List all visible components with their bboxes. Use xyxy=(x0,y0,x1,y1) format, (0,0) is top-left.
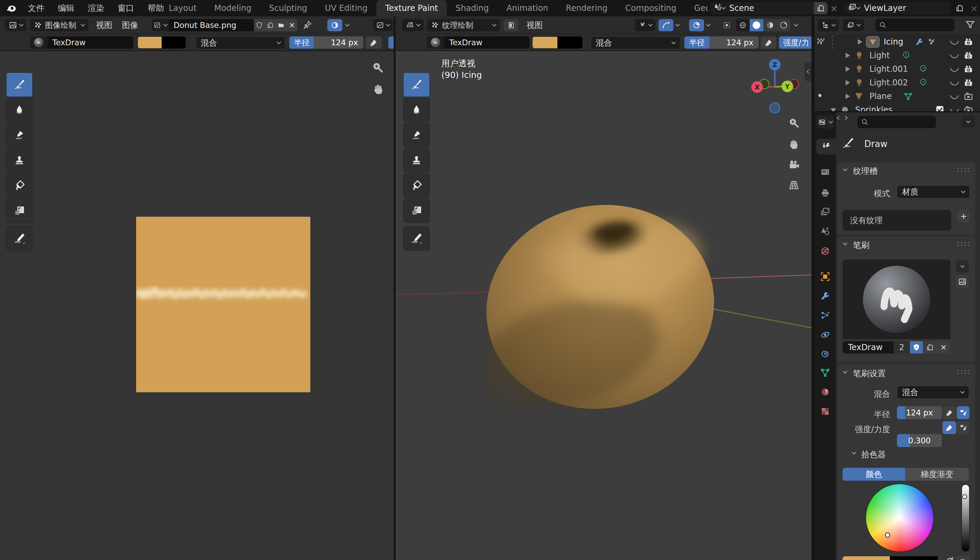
outliner-row-plane[interactable]: Plane xyxy=(814,90,980,103)
texture-slot-image-button[interactable] xyxy=(504,19,518,31)
scene-new-button[interactable] xyxy=(814,2,828,14)
brush-unlink-button[interactable]: ✕ xyxy=(937,341,950,353)
tab-uv-editing[interactable]: UV Editing xyxy=(316,0,377,16)
properties-editor-type-button[interactable] xyxy=(816,116,834,128)
tab-world[interactable] xyxy=(814,243,836,259)
disable-render-icon[interactable] xyxy=(963,51,973,62)
image-radius-slider[interactable]: 半径 124 px xyxy=(289,37,363,48)
viewport-brush-selector[interactable]: TexDraw xyxy=(427,37,530,48)
nav-forward-icon[interactable] xyxy=(843,116,848,120)
tool-mask-button[interactable] xyxy=(403,198,430,223)
viewport-radius-slider[interactable]: 半径 124 px xyxy=(684,37,759,48)
gizmos-dropdown[interactable] xyxy=(658,19,679,31)
shading-rendered-button[interactable] xyxy=(777,19,790,31)
brush-fake-user-button[interactable] xyxy=(910,341,923,353)
viewlayer-unlink-icon[interactable]: ✕ xyxy=(970,4,978,14)
viewlayer-new-button[interactable] xyxy=(953,2,967,14)
strength-pressure-button[interactable] xyxy=(943,421,956,434)
image-pan-hand-icon[interactable] xyxy=(372,83,385,98)
tab-texture[interactable] xyxy=(814,403,836,419)
panel-grip[interactable] xyxy=(957,241,970,246)
tab-animation[interactable]: Animation xyxy=(497,0,557,16)
value-slider-cursor[interactable] xyxy=(962,494,967,499)
brush-name-field[interactable]: TexDraw xyxy=(843,341,893,353)
tab-physics[interactable] xyxy=(814,327,836,343)
tool-annotate-button[interactable] xyxy=(6,226,33,251)
disable-render-x-icon[interactable] xyxy=(963,92,973,103)
image-strength-slider-clipped[interactable] xyxy=(388,37,395,48)
image-brush-selector[interactable]: TexDraw xyxy=(30,37,133,48)
strength-unified-button[interactable] xyxy=(957,421,970,434)
hide-viewport-icon[interactable] xyxy=(950,52,959,62)
texture-paint-mode-dropdown[interactable]: 纹理绘制 xyxy=(427,19,500,31)
image-display-mode[interactable] xyxy=(327,19,349,31)
pin-icon[interactable] xyxy=(302,20,312,32)
brush-users-count[interactable]: 2 xyxy=(893,341,910,353)
tab-particles[interactable] xyxy=(814,308,836,323)
tab-scene[interactable] xyxy=(814,223,836,239)
tool-draw-button[interactable] xyxy=(403,72,430,97)
navigation-gizmo[interactable]: Z X Y xyxy=(750,43,807,122)
shading-material-button[interactable] xyxy=(763,19,777,31)
brush-icon-toggle-button[interactable] xyxy=(956,275,969,288)
secondary-color-swatch[interactable] xyxy=(162,37,185,48)
disable-render-x-icon[interactable] xyxy=(963,105,973,112)
radius-pressure-button[interactable] xyxy=(943,406,956,419)
brush-preview-dropdown[interactable] xyxy=(956,260,969,273)
outliner-row-light001[interactable]: Light.001 xyxy=(814,63,980,75)
disable-render-icon[interactable] xyxy=(963,64,973,76)
gizmo-axis-neg-z[interactable] xyxy=(770,103,780,113)
texture-slot-mode-dropdown[interactable]: 材质 xyxy=(897,185,970,198)
menu-edit[interactable]: 编辑 xyxy=(51,0,81,16)
shading-solid-button[interactable] xyxy=(750,19,763,31)
image-zoom-icon[interactable] xyxy=(371,61,384,76)
radius-slider[interactable]: 124 px xyxy=(897,406,942,419)
overlays-dropdown[interactable] xyxy=(689,19,710,31)
xray-toggle-button[interactable] xyxy=(720,19,733,31)
panel-grip[interactable] xyxy=(957,167,970,172)
add-texture-slot-button[interactable] xyxy=(957,210,970,223)
scene-selector[interactable]: Scene xyxy=(710,2,828,14)
tab-layout[interactable]: Layout xyxy=(160,0,205,16)
color-wheel-cursor[interactable] xyxy=(885,532,890,538)
radius-unified-button[interactable] xyxy=(957,406,970,419)
image-radius-pressure-button[interactable] xyxy=(365,37,382,48)
tool-soften-button[interactable] xyxy=(6,98,33,122)
tab-color[interactable]: 颜色 xyxy=(843,468,905,481)
tab-geometry-nodes[interactable]: Geometry Nodes xyxy=(685,0,708,16)
tool-smear-button[interactable] xyxy=(403,123,430,147)
hide-viewport-icon[interactable] xyxy=(950,66,959,75)
tab-material[interactable] xyxy=(814,384,836,400)
image-image-menu[interactable]: 图像 xyxy=(122,19,138,31)
hide-viewport-icon[interactable] xyxy=(950,39,959,48)
image-blend-dropdown[interactable]: 混合 xyxy=(196,37,285,49)
panel-collapse-icon[interactable] xyxy=(843,167,847,171)
viewport-pan-hand-icon[interactable] xyxy=(787,138,800,151)
image-view-menu[interactable]: 视图 xyxy=(96,19,112,31)
filter-funnel-icon[interactable] xyxy=(965,20,975,32)
swap-colors-icon[interactable] xyxy=(945,556,955,560)
panel-collapse-icon[interactable] xyxy=(843,369,847,373)
expand-icon[interactable] xyxy=(858,39,862,45)
disable-render-icon[interactable] xyxy=(963,37,973,48)
tool-mask-button[interactable] xyxy=(6,198,33,223)
menu-render[interactable]: 渲染 xyxy=(81,0,111,16)
image-browse-button[interactable] xyxy=(152,19,169,31)
tab-object[interactable] xyxy=(814,269,836,284)
hide-viewport-icon[interactable] xyxy=(950,93,959,103)
menu-window[interactable]: 窗口 xyxy=(111,0,141,16)
brush-copy-button[interactable] xyxy=(923,341,937,353)
menu-file[interactable]: 文件 xyxy=(21,0,51,16)
subpanel-collapse-icon[interactable] xyxy=(852,450,856,455)
tab-shading[interactable]: Shading xyxy=(447,0,498,16)
tab-compositing[interactable]: Compositing xyxy=(616,0,685,16)
tab-render[interactable] xyxy=(814,164,836,180)
image-unlink-button[interactable]: ✕ xyxy=(287,19,297,31)
viewport-blend-dropdown[interactable]: 混合 xyxy=(591,37,680,49)
viewlayer-name[interactable]: ViewLayer xyxy=(864,3,950,13)
nav-back-icon[interactable] xyxy=(837,116,841,120)
tool-draw-button[interactable] xyxy=(6,72,33,97)
image-editor-type-button[interactable] xyxy=(5,19,27,31)
secondary-color-swatch[interactable] xyxy=(890,556,938,560)
primary-color-swatch[interactable] xyxy=(138,37,162,48)
